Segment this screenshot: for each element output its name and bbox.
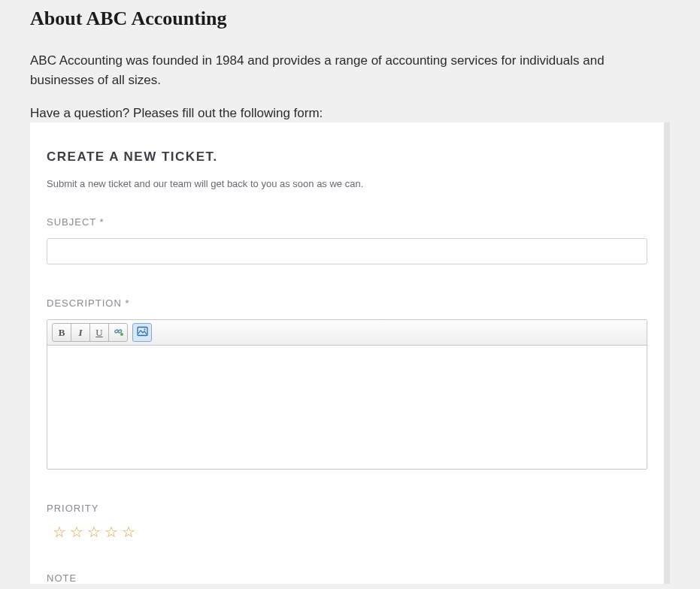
description-input[interactable] (47, 346, 647, 466)
rich-text-editor: B I U (47, 319, 647, 470)
svg-point-1 (117, 329, 122, 333)
bold-button[interactable]: B (52, 323, 71, 342)
description-label: DESCRIPTION * (47, 298, 647, 309)
rte-toolbar: B I U (47, 320, 647, 346)
priority-field-group: PRIORITY ☆ ☆ ☆ ☆ ☆ (47, 503, 647, 539)
star-1[interactable]: ☆ (53, 524, 66, 539)
underline-button[interactable]: U (89, 323, 109, 342)
link-icon (113, 327, 124, 339)
note-label: NOTE (47, 572, 647, 584)
link-button[interactable] (108, 323, 128, 342)
svg-point-4 (144, 329, 145, 331)
ticket-form-card: CREATE A NEW TICKET. Submit a new ticket… (30, 122, 670, 584)
subject-input[interactable] (47, 238, 647, 264)
priority-stars: ☆ ☆ ☆ ☆ ☆ (47, 524, 647, 539)
star-3[interactable]: ☆ (87, 524, 101, 539)
image-icon (137, 326, 148, 339)
star-5[interactable]: ☆ (122, 524, 135, 539)
subject-label: SUBJECT * (47, 216, 647, 228)
svg-rect-3 (138, 328, 147, 336)
rte-format-group: B I U (52, 323, 128, 342)
page-title: About ABC Accounting (30, 8, 670, 30)
italic-button[interactable]: I (71, 323, 90, 342)
image-button[interactable] (132, 323, 152, 342)
subject-field-group: SUBJECT * (47, 216, 647, 264)
description-field-group: DESCRIPTION * B I U (47, 298, 647, 470)
form-heading: CREATE A NEW TICKET. (47, 150, 647, 165)
star-4[interactable]: ☆ (105, 524, 118, 539)
note-field-group: NOTE (47, 572, 647, 584)
intro-text: ABC Accounting was founded in 1984 and p… (30, 51, 670, 89)
priority-label: PRIORITY (47, 503, 647, 514)
form-subtext: Submit a new ticket and our team will ge… (47, 178, 647, 189)
star-2[interactable]: ☆ (70, 524, 83, 539)
svg-point-2 (120, 333, 123, 336)
prompt-text: Have a question? Pleases fill out the fo… (30, 106, 670, 121)
